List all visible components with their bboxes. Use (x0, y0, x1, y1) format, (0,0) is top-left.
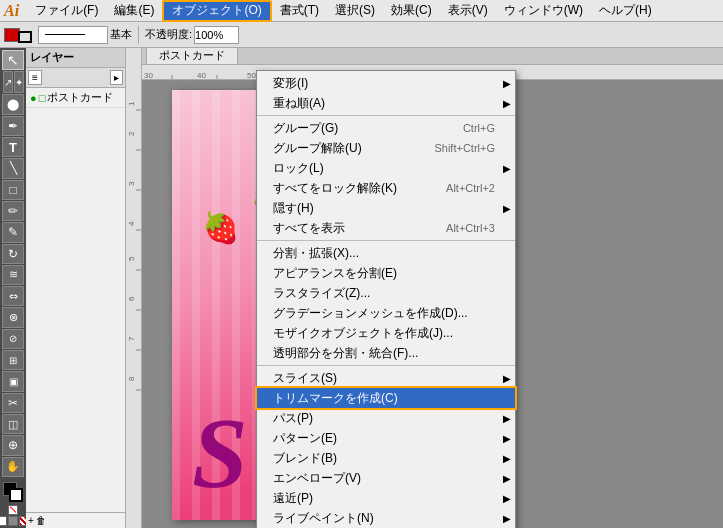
menubar-edit[interactable]: 編集(E) (106, 0, 162, 22)
submenu-arrow-live-paint: ▶ (503, 513, 511, 524)
menu-item-expand-appearance[interactable]: アピアランスを分割(E) (257, 263, 515, 283)
tool-type[interactable]: T (2, 137, 24, 157)
layers-options[interactable]: ≡ (28, 70, 42, 85)
layer-eye-icon: ● (30, 92, 37, 104)
menubar-help[interactable]: ヘルプ(H) (591, 0, 660, 22)
tool-pencil[interactable]: ✎ (2, 222, 24, 242)
menu-item-flatten[interactable]: 透明部分を分割・統合(F)... (257, 343, 515, 363)
no-color[interactable] (8, 505, 18, 515)
tool-selection[interactable]: ↖ (2, 50, 24, 70)
menu-item-gradient-mesh[interactable]: グラデーションメッシュを作成(D)... (257, 303, 515, 323)
svg-text:8: 8 (127, 376, 136, 381)
svg-text:1: 1 (127, 101, 136, 106)
menu-item-path[interactable]: パス(P) ▶ (257, 408, 515, 428)
menu-item-trim-marks[interactable]: トリムマークを作成(C) (257, 388, 515, 408)
submenu-arrow-slice: ▶ (503, 373, 511, 384)
canvas-tab[interactable]: ポストカード (146, 48, 238, 64)
menu-item-live-paint[interactable]: ライブペイント(N) ▶ (257, 508, 515, 528)
tool-gradient[interactable]: ▣ (2, 371, 24, 391)
toolbox: ↖ ↗ ✦ ⬤ ✒ T ╲ □ ✏ ✎ ↻ ≋ ⇔ ⊗ ⊘ ⊞ ▣ ✂ ◫ ⊕ … (0, 48, 26, 528)
tool-pen[interactable]: ✒ (2, 116, 24, 136)
menubar-object[interactable]: オブジェクト(O) (162, 0, 271, 22)
menu-item-expand[interactable]: 分割・拡張(X)... (257, 243, 515, 263)
menubar-view[interactable]: 表示(V) (440, 0, 496, 22)
menubar-effect[interactable]: 効果(C) (383, 0, 440, 22)
app-logo: Ai (4, 2, 19, 20)
menu-item-transform[interactable]: 変形(I) ▶ (257, 73, 515, 93)
object-menu-dropdown: 変形(I) ▶ 重ね順(A) ▶ グループ(G) Ctrl+G グル (256, 70, 516, 528)
layers-panel: レイヤー ≡ ▸ ● □ ポストカード + 🗑 (26, 48, 126, 528)
submenu-arrow-blend: ▶ (503, 453, 511, 464)
layer-name: ポストカード (47, 90, 113, 105)
opacity-label: 不透明度: (145, 27, 192, 42)
svg-text:30: 30 (144, 71, 153, 80)
tool-rectangle[interactable]: □ (2, 180, 24, 200)
tool-rotate[interactable]: ↻ (2, 244, 24, 264)
layer-row[interactable]: ● □ ポストカード (26, 88, 125, 108)
submenu-arrow-path: ▶ (503, 413, 511, 424)
menu-item-slice[interactable]: スライス(S) ▶ (257, 368, 515, 388)
menu-item-ungroup[interactable]: グループ解除(U) Shift+Ctrl+G (257, 138, 515, 158)
gradient-mode[interactable] (8, 516, 18, 526)
menu-item-lock[interactable]: ロック(L) ▶ (257, 158, 515, 178)
menu-item-envelope[interactable]: エンベロープ(V) ▶ (257, 468, 515, 488)
tool-zoom[interactable]: ⊕ (2, 435, 24, 455)
tool-eraser[interactable]: ◫ (2, 414, 24, 434)
menu-item-blend[interactable]: ブレンド(B) ▶ (257, 448, 515, 468)
tool-direct-select[interactable]: ↗ (3, 71, 13, 93)
menu-item-show-all[interactable]: すべてを表示 Alt+Ctrl+3 (257, 218, 515, 238)
menu-item-rasterize[interactable]: ラスタライズ(Z)... (257, 283, 515, 303)
stroke-options (4, 28, 36, 42)
stroke-swatch[interactable] (9, 488, 23, 502)
tool-width[interactable]: ⇔ (2, 286, 24, 306)
tool-blend[interactable]: ⊗ (2, 307, 24, 327)
tool-scissors[interactable]: ✂ (2, 393, 24, 413)
menubar-select[interactable]: 選択(S) (327, 0, 383, 22)
layers-footer: + 🗑 (26, 512, 125, 528)
tool-warp[interactable]: ≋ (2, 265, 24, 285)
tool-hand[interactable]: ✋ (2, 457, 24, 477)
svg-text:5: 5 (127, 256, 136, 261)
base-label: 基本 (110, 27, 132, 42)
svg-text:4: 4 (127, 221, 136, 226)
menu-item-hide[interactable]: 隠す(H) ▶ (257, 198, 515, 218)
menubar: Ai ファイル(F) 編集(E) オブジェクト(O) 書式(T) 選択(S) 効… (0, 0, 723, 22)
control-bar: 基本 不透明度: (0, 22, 723, 48)
opacity-input[interactable] (194, 26, 239, 44)
menu-item-arrange[interactable]: 重ね順(A) ▶ (257, 93, 515, 113)
pattern-mode[interactable] (19, 516, 26, 526)
tool-line[interactable]: ╲ (2, 158, 24, 178)
tool-eyedropper[interactable]: ⊘ (2, 329, 24, 349)
delete-layer-btn[interactable]: 🗑 (36, 515, 46, 526)
menu-section-4: スライス(S) ▶ トリムマークを作成(C) パス(P) ▶ パターン(E) ▶ (257, 366, 515, 528)
submenu-arrow-hide: ▶ (503, 203, 511, 214)
svg-text:40: 40 (197, 71, 206, 80)
tool-magic-wand[interactable]: ✦ (14, 71, 24, 93)
svg-text:6: 6 (127, 296, 136, 301)
tool-mesh[interactable]: ⊞ (2, 350, 24, 370)
submenu-arrow-perspective: ▶ (503, 493, 511, 504)
stroke-line (45, 34, 85, 35)
layers-header: レイヤー (26, 48, 125, 68)
submenu-arrow-lock: ▶ (503, 163, 511, 174)
svg-text:3: 3 (127, 181, 136, 186)
stroke-selector[interactable] (38, 26, 108, 44)
menu-item-group[interactable]: グループ(G) Ctrl+G (257, 118, 515, 138)
menu-item-unlock-all[interactable]: すべてをロック解除(K) Alt+Ctrl+2 (257, 178, 515, 198)
menu-item-mosaic[interactable]: モザイクオブジェクトを作成(J)... (257, 323, 515, 343)
tool-paintbrush[interactable]: ✏ (2, 201, 24, 221)
stroke-color[interactable] (18, 31, 32, 43)
add-layer-btn[interactable]: + (28, 515, 34, 526)
menu-item-perspective[interactable]: 遠近(P) ▶ (257, 488, 515, 508)
color-mode[interactable] (0, 516, 7, 526)
submenu-arrow-envelope: ▶ (503, 473, 511, 484)
menu-section-3: 分割・拡張(X)... アピアランスを分割(E) ラスタライズ(Z)... グラ… (257, 241, 515, 366)
menubar-window[interactable]: ウィンドウ(W) (496, 0, 591, 22)
layers-collapse[interactable]: ▸ (110, 70, 123, 85)
menubar-type[interactable]: 書式(T) (272, 0, 327, 22)
tool-lasso[interactable]: ⬤ (2, 94, 24, 114)
svg-text:2: 2 (127, 131, 136, 136)
submenu-arrow-pattern: ▶ (503, 433, 511, 444)
menubar-file[interactable]: ファイル(F) (27, 0, 106, 22)
menu-item-pattern[interactable]: パターン(E) ▶ (257, 428, 515, 448)
